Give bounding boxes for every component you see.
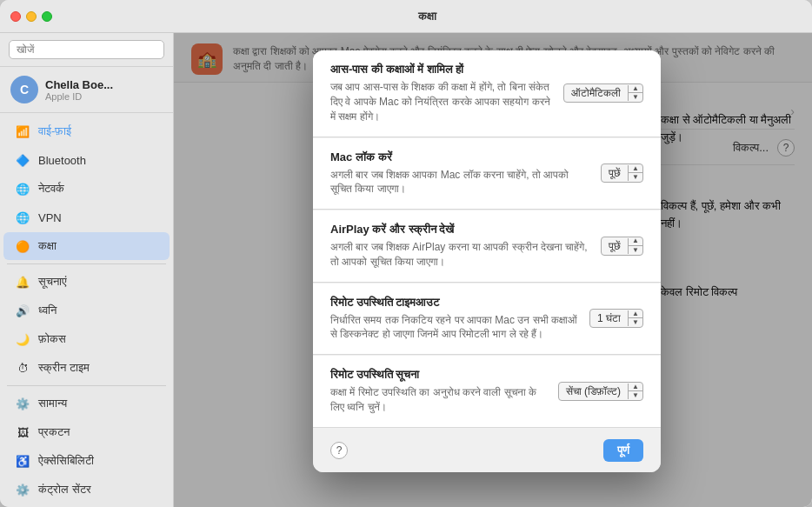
notification-stepper[interactable]: सेंचा (डिफ़ॉल्ट) ▲ ▼ bbox=[558, 382, 643, 401]
sidebar-item-control[interactable]: ⚙️ कंट्रोल सेंटर bbox=[3, 476, 170, 504]
modal-section-lock-left: Mac लॉक करें अगली बार जब शिक्षक आपका Mac… bbox=[330, 150, 592, 197]
done-button[interactable]: पूर्ण bbox=[603, 439, 643, 462]
modal-section-lock-desc: अगली बार जब शिक्षक आपका Mac लॉक करना चाह… bbox=[330, 168, 592, 197]
sidebar-item-vpn[interactable]: 🌐 VPN bbox=[3, 203, 170, 231]
title-bar: कक्षा bbox=[0, 0, 812, 33]
sidebar-item-label: ध्वनि bbox=[38, 304, 57, 317]
join-stepper-up[interactable]: ▲ bbox=[629, 84, 642, 93]
sound-icon: 🔊 bbox=[14, 302, 31, 319]
help-button[interactable]: ? bbox=[330, 442, 348, 459]
classroom-icon: 🟠 bbox=[14, 237, 31, 255]
sidebar-item-label: स्क्रीन टाइम bbox=[38, 361, 90, 375]
notification-stepper-down[interactable]: ▼ bbox=[629, 391, 642, 400]
focus-icon: 🌙 bbox=[14, 330, 31, 348]
sidebar-item-focus[interactable]: 🌙 फ़ोकस bbox=[3, 325, 170, 353]
modal-section-notification-control: रिमोट उपस्थिति सूचना कक्षा में रिमोट उपस… bbox=[330, 368, 643, 415]
airplay-stepper-up[interactable]: ▲ bbox=[629, 237, 642, 246]
vpn-icon: 🌐 bbox=[14, 209, 31, 226]
sidebar-item-classroom[interactable]: 🟠 कक्षा bbox=[3, 232, 170, 260]
notifications-icon: 🔔 bbox=[14, 273, 31, 290]
avatar: C bbox=[10, 76, 38, 103]
control-icon: ⚙️ bbox=[14, 481, 31, 498]
modal-section-airplay: AirPlay करें और स्क्रीन देखें अगली बार ज… bbox=[313, 210, 661, 283]
sidebar-item-network[interactable]: 🌐 नेटवर्क bbox=[3, 175, 170, 203]
sidebar-item-screentime[interactable]: ⏱ स्क्रीन टाइम bbox=[3, 354, 170, 382]
fullscreen-button[interactable] bbox=[42, 11, 52, 22]
modal-section-timeout-desc: निर्धारित समय तक निकटिय रहने पर आपका Mac… bbox=[330, 313, 581, 343]
sidebar-item-label: वाई-फ़ाई bbox=[38, 124, 71, 138]
modal-section-join-desc: जब आप आस-पास के शिक्षक की कक्षा में होंग… bbox=[330, 80, 555, 123]
lock-stepper[interactable]: पूछें ▲ ▼ bbox=[601, 163, 643, 183]
airplay-stepper[interactable]: पूछें ▲ ▼ bbox=[601, 237, 643, 256]
sidebar-item-label: ऐक्सेसिबिलिटी bbox=[38, 454, 94, 468]
modal-section-airplay-left: AirPlay करें और स्क्रीन देखें अगली बार ज… bbox=[330, 223, 592, 270]
accessibility-icon: ♿ bbox=[14, 452, 31, 470]
notification-stepper-up[interactable]: ▲ bbox=[629, 383, 642, 391]
search-input[interactable] bbox=[9, 40, 164, 59]
window-body: C Chella Boe... Apple ID 📶 वाई-फ़ाई 🔷 Bl… bbox=[0, 33, 812, 507]
modal-section-timeout-left: रिमोट उपस्थिति टाइमआउट निर्धारित समय तक … bbox=[330, 296, 581, 343]
timeout-stepper-down[interactable]: ▼ bbox=[629, 318, 642, 327]
notification-stepper-buttons: ▲ ▼ bbox=[629, 383, 642, 400]
modal-section-notification-desc: कक्षा में रिमोट उपस्थिति का अनुरोध करने … bbox=[330, 385, 549, 415]
timeout-stepper[interactable]: 1 घंटा ▲ ▼ bbox=[589, 309, 643, 328]
sidebar-item-sound[interactable]: 🔊 ध्वनि bbox=[3, 297, 170, 324]
modal-section-notification: रिमोट उपस्थिति सूचना कक्षा में रिमोट उपस… bbox=[313, 356, 661, 428]
modal-overlay: आस-पास की कक्षाओं में शामिल हों जब आप आस… bbox=[174, 33, 812, 507]
close-button[interactable] bbox=[10, 11, 21, 22]
sidebar-item-accessibility[interactable]: ♿ ऐक्सेसिबिलिटी bbox=[3, 447, 170, 475]
user-info: Chella Boe... Apple ID bbox=[45, 78, 113, 102]
modal-section-timeout-title: रिमोट उपस्थिति टाइमआउट bbox=[330, 296, 581, 310]
modal-section-notification-title: रिमोट उपस्थिति सूचना bbox=[330, 368, 549, 382]
join-stepper-down[interactable]: ▼ bbox=[629, 93, 642, 102]
timeout-stepper-value: 1 घंटा bbox=[590, 310, 629, 326]
lock-stepper-up[interactable]: ▲ bbox=[629, 164, 642, 173]
window-title: कक्षा bbox=[52, 10, 802, 23]
sidebar-item-label: फ़ोकस bbox=[38, 332, 66, 346]
main-content: 🏫 कक्षा द्वारा शिक्षकों को आपका Mac ऐक्स… bbox=[174, 33, 812, 507]
user-apple-id: Apple ID bbox=[45, 91, 113, 102]
timeout-stepper-up[interactable]: ▲ bbox=[629, 310, 642, 318]
modal-section-join-title: आस-पास की कक्षाओं में शामिल हों bbox=[330, 63, 555, 77]
modal-footer: ? पूर्ण bbox=[313, 429, 661, 472]
airplay-stepper-buttons: ▲ ▼ bbox=[629, 237, 642, 255]
appearance-icon: 🖼 bbox=[14, 424, 31, 441]
sidebar-item-label: VPN bbox=[38, 211, 62, 224]
traffic-lights bbox=[10, 11, 52, 22]
main-window: कक्षा C Chella Boe... Apple ID 📶 वाई-फ bbox=[0, 0, 812, 507]
sidebar-item-label: नेटवर्क bbox=[38, 182, 64, 196]
sidebar-item-bluetooth[interactable]: 🔷 Bluetooth bbox=[3, 146, 170, 174]
sidebar-item-label: कक्षा bbox=[38, 239, 57, 253]
lock-stepper-buttons: ▲ ▼ bbox=[629, 164, 642, 182]
minimize-button[interactable] bbox=[26, 11, 37, 22]
modal-section-join-control: आस-पास की कक्षाओं में शामिल हों जब आप आस… bbox=[330, 63, 643, 123]
sidebar-item-general[interactable]: ⚙️ सामान्य bbox=[3, 390, 170, 417]
sidebar-item-wifi[interactable]: 📶 वाई-फ़ाई bbox=[3, 117, 170, 145]
airplay-stepper-value: पूछें bbox=[602, 238, 629, 254]
modal-section-lock-control: Mac लॉक करें अगली बार जब शिक्षक आपका Mac… bbox=[330, 150, 643, 197]
lock-stepper-down[interactable]: ▼ bbox=[629, 173, 642, 182]
sidebar-item-appearance[interactable]: 🖼 प्रकटन bbox=[3, 418, 170, 446]
join-stepper-buttons: ▲ ▼ bbox=[629, 84, 642, 102]
user-section[interactable]: C Chella Boe... Apple ID bbox=[0, 67, 173, 113]
sidebar-item-label: Bluetooth bbox=[38, 154, 86, 167]
general-icon: ⚙️ bbox=[14, 395, 31, 412]
join-stepper-value: ऑटोमैटिकली bbox=[564, 85, 629, 101]
modal-body: आस-पास की कक्षाओं में शामिल हों जब आप आस… bbox=[313, 50, 661, 429]
modal-section-lock-title: Mac लॉक करें bbox=[330, 150, 592, 164]
sidebar-item-label: सामान्य bbox=[38, 397, 67, 410]
join-stepper[interactable]: ऑटोमैटिकली ▲ ▼ bbox=[563, 83, 643, 103]
timeout-stepper-buttons: ▲ ▼ bbox=[629, 310, 642, 327]
screentime-icon: ⏱ bbox=[14, 359, 31, 377]
sidebar-item-notifications[interactable]: 🔔 सूचनाएं bbox=[3, 268, 170, 296]
bluetooth-icon: 🔷 bbox=[14, 151, 31, 169]
modal-section-join: आस-पास की कक्षाओं में शामिल हों जब आप आस… bbox=[313, 50, 661, 137]
modal-section-timeout: रिमोट उपस्थिति टाइमआउट निर्धारित समय तक … bbox=[313, 284, 661, 356]
user-name: Chella Boe... bbox=[45, 78, 113, 91]
sidebar-item-label: प्रकटन bbox=[38, 425, 70, 439]
modal-section-airplay-control: AirPlay करें और स्क्रीन देखें अगली बार ज… bbox=[330, 223, 643, 270]
search-bar bbox=[0, 33, 173, 67]
lock-stepper-value: पूछें bbox=[602, 165, 629, 181]
airplay-stepper-down[interactable]: ▼ bbox=[629, 246, 642, 255]
sidebar-item-label: कंट्रोल सेंटर bbox=[38, 483, 91, 497]
